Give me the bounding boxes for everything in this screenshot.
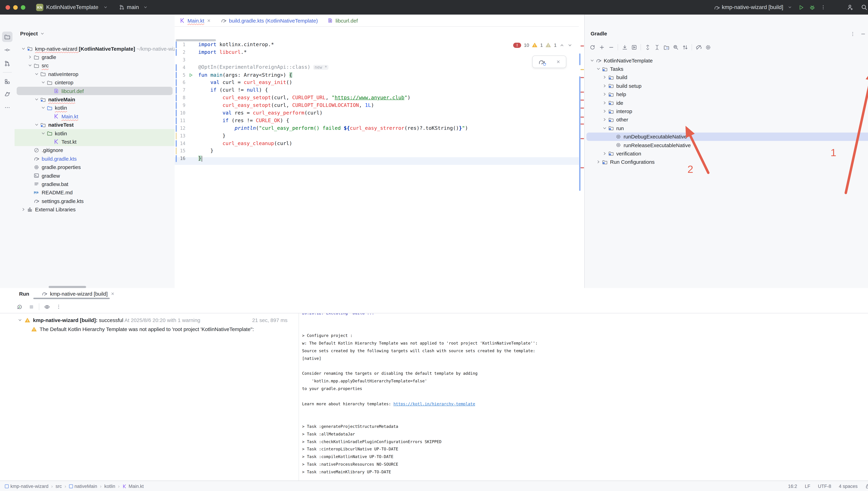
more-tools-icon[interactable] (0, 103, 15, 113)
breadcrumb[interactable]: kmp-native-wizard›src›nativeMain›kotlin›… (5, 484, 144, 489)
splitter-handle[interactable] (49, 286, 86, 288)
project-icon[interactable] (0, 32, 15, 42)
more-run-options-button[interactable] (819, 3, 828, 12)
gradle-tree-item[interactable]: help (585, 90, 868, 98)
group-tasks-icon[interactable] (662, 43, 670, 51)
code-area[interactable]: 1import kotlinx.cinterop.*2import libcur… (175, 41, 579, 163)
code-line[interactable]: 2import libcurl.* (175, 49, 579, 56)
code-line[interactable]: 13 } (175, 132, 579, 140)
project-tree-item[interactable]: nativeInterop (15, 70, 175, 78)
plugin-bird-icon[interactable] (0, 89, 15, 99)
sort-icon[interactable] (681, 43, 689, 51)
project-tree-item[interactable]: libcurl.def (15, 87, 175, 95)
chevron-down-icon[interactable] (17, 318, 23, 323)
filter-output-icon[interactable] (43, 302, 51, 311)
error-stripe[interactable] (579, 26, 584, 288)
filter-icon[interactable] (671, 43, 680, 51)
inspections-widget[interactable]: ! 10 1 1 (513, 42, 572, 48)
project-tree-item[interactable]: gradle (15, 53, 175, 61)
gradle-tree-item[interactable]: interop (585, 107, 868, 116)
project-panel-title[interactable]: Project (20, 31, 38, 36)
gradle-tree-item[interactable]: runDebugExecutableNative (585, 133, 868, 141)
gradle-tree-item[interactable]: build setup (585, 82, 868, 90)
run-configuration-selector[interactable]: kmp-native-wizard [build] (722, 4, 783, 10)
breadcrumb-item[interactable]: kmp-native-wizard (5, 484, 49, 489)
rerun-icon[interactable] (15, 302, 24, 311)
gradle-reload-widget[interactable] (532, 56, 566, 68)
minimize-window-button[interactable] (13, 5, 18, 9)
build-warning-row[interactable]: The Default Kotlin Hierarchy Template wa… (0, 325, 299, 334)
editor-tab[interactable]: Main.kt (175, 15, 216, 26)
indent-style[interactable]: 4 spaces (839, 484, 858, 489)
download-sources-icon[interactable] (620, 43, 629, 51)
next-problem-icon[interactable] (567, 42, 572, 48)
line-ending[interactable]: LF (805, 484, 810, 489)
settings-icon[interactable] (704, 43, 712, 51)
window-controls[interactable] (5, 5, 28, 9)
hide-panel-icon[interactable] (859, 30, 867, 38)
project-tree-item[interactable]: Main.kt (15, 112, 175, 121)
more-options-icon[interactable] (55, 302, 63, 311)
run-gutter-icon[interactable] (188, 73, 193, 77)
close-icon[interactable] (556, 59, 561, 64)
project-tree-item[interactable]: cinterop (15, 78, 175, 87)
editor-tab[interactable]: libcurl.def (323, 15, 363, 26)
breadcrumb-item[interactable]: kotlin (104, 484, 115, 489)
project-tree-item[interactable]: kotlin (15, 129, 175, 138)
code-line[interactable]: 14 curl_easy_cleanup(curl) (175, 140, 579, 147)
maximize-window-button[interactable] (21, 5, 25, 9)
collapse-all-icon[interactable] (653, 43, 661, 51)
lock-icon[interactable] (865, 484, 868, 489)
gradle-tree-item[interactable]: runReleaseExecutableNative (585, 141, 868, 149)
project-tree-item[interactable]: build.gradle.kts (15, 154, 175, 163)
project-tree-item[interactable]: kmp-native-wizard [KotlinNativeTemplate]… (15, 45, 175, 53)
breadcrumb-item[interactable]: Main.kt (122, 484, 144, 489)
code-line[interactable]: 4@OptIn(ExperimentalForeignApi::class)ne… (175, 64, 579, 71)
code-with-me-button[interactable] (846, 3, 855, 12)
gradle-tree-item[interactable]: Tasks (585, 65, 868, 73)
debug-button[interactable] (808, 3, 817, 12)
editor-tab[interactable]: build.gradle.kts (KotlinNativeTemplate) (216, 15, 323, 26)
code-line[interactable]: 6 val curl = curl_easy_init() (175, 79, 579, 87)
project-tree-item[interactable]: gradle.properties (15, 163, 175, 171)
project-tree-item[interactable]: .gitignore (15, 146, 175, 154)
code-line[interactable]: 5fun main(args: Array<String>) { (175, 71, 579, 79)
gradle-tree-item[interactable]: build (585, 73, 868, 82)
code-line[interactable]: 16} (175, 155, 579, 163)
project-tree-item[interactable]: External Libraries (15, 205, 175, 214)
code-line[interactable]: 8 curl_easy_setopt(curl, CURLOPT_URL, "h… (175, 94, 579, 102)
project-tree-item[interactable]: src (15, 61, 175, 70)
project-switcher[interactable]: KotlinNativeTemplate (46, 4, 99, 10)
add-icon[interactable] (597, 43, 606, 51)
gradle-tree-item[interactable]: run (585, 124, 868, 133)
project-tree-item[interactable]: settings.gradle.kts (15, 197, 175, 205)
search-everywhere-button[interactable] (860, 3, 868, 12)
chevron-down-icon[interactable] (40, 31, 45, 36)
code-line[interactable]: 10 val res = curl_easy_perform(curl) (175, 109, 579, 117)
code-line[interactable]: 7 if (curl != null) { (175, 87, 579, 94)
vcs-widget[interactable]: main (119, 4, 150, 10)
commit-icon[interactable] (0, 45, 15, 55)
previous-problem-icon[interactable] (559, 42, 564, 48)
branch-name[interactable]: main (127, 4, 139, 10)
console-output[interactable]: 20:20:12: Executing 'build'... > Configu… (302, 313, 868, 476)
structure-icon[interactable] (0, 76, 15, 87)
code-line[interactable]: 12 println("curl_easy_perform() failed $… (175, 124, 579, 132)
close-window-button[interactable] (5, 5, 10, 9)
vcs-icon[interactable] (0, 58, 15, 69)
run-panel-title[interactable]: Run (19, 291, 29, 296)
project-tree-item[interactable]: gradlew (15, 171, 175, 180)
expand-all-icon[interactable] (643, 43, 652, 51)
gradle-tree-item[interactable]: verification (585, 149, 868, 158)
gradle-tree-item[interactable]: KotlinNativeTemplate (585, 56, 868, 65)
code-line[interactable]: 15 } (175, 147, 579, 155)
gradle-tree-item[interactable]: ide (585, 98, 868, 107)
run-task-icon[interactable] (630, 43, 638, 51)
file-encoding[interactable]: UTF-8 (818, 484, 831, 489)
gradle-options-icon[interactable] (848, 30, 857, 38)
breadcrumb-item[interactable]: nativeMain (69, 484, 97, 489)
build-console[interactable]: 20:20:12: Executing 'build'... > Configu… (299, 313, 868, 481)
project-tree-item[interactable]: nativeTest (15, 121, 175, 129)
project-tree-item[interactable]: gradlew.bat (15, 180, 175, 189)
project-tree-item[interactable]: nativeMain (15, 95, 175, 104)
